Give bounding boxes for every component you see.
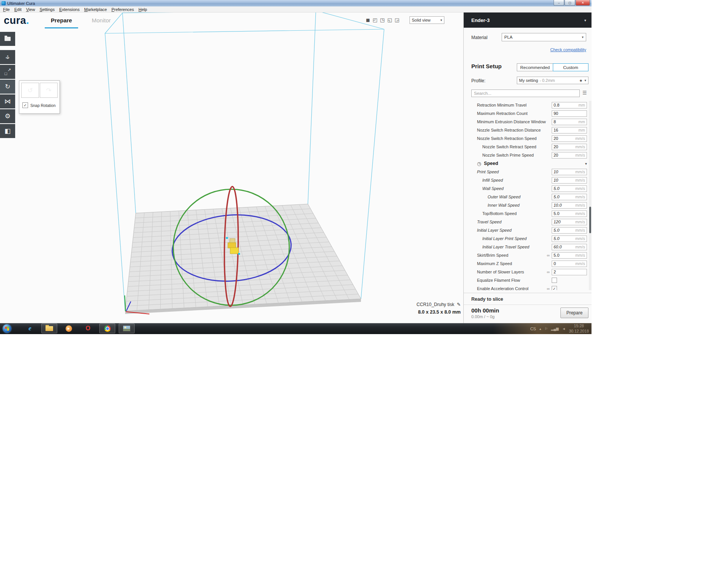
setting-row[interactable]: Minimum Extrusion Distance Window8mm — [464, 118, 592, 126]
setting-row[interactable]: Initial Layer Travel Speed60.0mm/s — [464, 243, 592, 251]
setting-value-input[interactable]: 5.0mm/s — [552, 235, 587, 242]
setting-row[interactable]: Inner Wall Speed10.0mm/s — [464, 201, 592, 209]
setting-value-input[interactable]: 90 — [552, 110, 587, 117]
setting-value-input[interactable]: 0.8mm — [552, 102, 587, 108]
settings-search-input[interactable] — [471, 89, 580, 97]
setting-value-input[interactable]: 0mm/s — [552, 261, 587, 267]
custom-button[interactable]: Custom — [553, 63, 588, 71]
setting-row[interactable]: Top/Bottom Speed5.0mm/s — [464, 209, 592, 218]
maximize-button[interactable]: ▢ — [565, 0, 575, 6]
window-titlebar: Ultimaker Cura – ▢ ✕ — [0, 0, 592, 7]
setting-value-input[interactable]: 20mm/s — [552, 152, 587, 159]
language-indicator[interactable]: CS — [530, 327, 536, 331]
setting-value-input[interactable]: 5.0mm/s — [552, 227, 587, 234]
settings-category-row[interactable]: ◷Speed▾ — [464, 159, 592, 168]
internet-explorer-taskbar-button[interactable]: e — [22, 323, 38, 333]
setting-value-input[interactable]: 10mm/s — [552, 169, 587, 175]
setting-value-input[interactable]: 120mm/s — [552, 219, 587, 225]
support-blocker-tool-button[interactable]: ◧ — [0, 124, 15, 138]
setting-value-input[interactable]: 16mm — [552, 127, 587, 133]
setting-row[interactable]: Retraction Minimum Travel0.8mm — [464, 101, 592, 109]
per-model-settings-tool-button[interactable]: ⚙ — [0, 109, 15, 123]
menu-view[interactable]: View — [24, 6, 38, 13]
menu-file[interactable]: File — [1, 6, 12, 13]
setting-value-input[interactable]: 10.0mm/s — [552, 202, 587, 209]
menu-help[interactable]: Help — [136, 6, 149, 13]
setting-label: Equalize Filament Flow — [477, 278, 520, 283]
setting-row[interactable]: Maximum Z Speed0mm/s — [464, 259, 592, 268]
setting-row[interactable]: Nozzle Switch Retract Speed20mm/s — [464, 143, 592, 151]
setting-row[interactable]: Wall Speed5.0mm/s — [464, 184, 592, 193]
menu-marketplace[interactable]: Marketplace — [82, 6, 109, 13]
hidden-icons-icon[interactable]: ▴ — [540, 327, 541, 331]
open-file-tool-button[interactable] — [0, 32, 15, 46]
setting-value-input[interactable]: 5.0mm/s — [552, 194, 587, 200]
setting-value-input[interactable]: 10mm/s — [552, 177, 587, 184]
setting-value-input[interactable]: 60.0mm/s — [552, 244, 587, 250]
setting-value: 5.0 — [554, 186, 559, 191]
opera-taskbar-button[interactable]: O — [80, 323, 96, 333]
settings-menu-icon[interactable]: ☰ — [582, 90, 587, 96]
check-compatibility-link[interactable]: Check compatibility — [550, 47, 586, 52]
setting-row[interactable]: Initial Layer Print Speed5.0mm/s — [464, 234, 592, 243]
mirror-tool-button[interactable]: ⋈ — [0, 94, 15, 108]
setting-row[interactable]: Nozzle Switch Prime Speed20mm/s — [464, 151, 592, 159]
setting-row[interactable]: Skirt/Brim Speed∞5.0mm/s — [464, 251, 592, 259]
setting-row[interactable]: Outer Wall Speed5.0mm/s — [464, 193, 592, 201]
setting-checkbox[interactable]: ✓ — [552, 286, 557, 290]
prepare-button[interactable]: Prepare — [560, 308, 588, 318]
profile-dropdown[interactable]: My setting - 0.2mm ★ ▾ — [517, 77, 588, 84]
rename-model-icon[interactable]: ✎ — [457, 302, 461, 307]
setting-value-input[interactable]: 5.0mm/s — [552, 252, 587, 259]
rotate-tool-button[interactable]: ↻ — [0, 80, 15, 94]
network-icon[interactable]: ▂▄▆ — [551, 327, 559, 331]
setting-row[interactable]: Travel Speed120mm/s — [464, 218, 592, 226]
viewport-3d[interactable]: CCR10_Druhy tisk ✎ 8.0 x 23.5 x 8.0 mm — [15, 13, 463, 323]
clock-time: 15:28 — [569, 323, 589, 328]
settings-scrollbar[interactable] — [589, 101, 592, 290]
menu-extensions[interactable]: Extensions — [57, 6, 82, 13]
menu-edit[interactable]: Edit — [12, 6, 24, 13]
setting-value-input[interactable]: 8mm — [552, 119, 587, 125]
setting-row[interactable]: Infill Speed10mm/s — [464, 176, 592, 184]
setting-row[interactable]: Enable Acceleration Control∞✓ — [464, 284, 592, 290]
setting-row[interactable]: Nozzle Switch Retraction Speed20mm/s — [464, 134, 592, 143]
setting-unit: mm/s — [575, 228, 585, 232]
setting-value-input[interactable]: 5.0mm/s — [552, 185, 587, 192]
setting-value-input[interactable]: 20mm/s — [552, 144, 587, 150]
chrome-taskbar-button[interactable] — [99, 323, 115, 333]
scrollbar-thumb[interactable] — [589, 207, 591, 233]
taskbar-clock[interactable]: 15:28 30.12.2018 — [569, 323, 589, 333]
setting-row[interactable]: Print Speed10mm/s — [464, 168, 592, 176]
material-dropdown[interactable]: PLA ▾ — [502, 33, 586, 41]
setting-value: 20 — [554, 136, 558, 141]
recommended-button[interactable]: Recommended — [517, 63, 553, 71]
setting-value-input[interactable]: 2 — [552, 269, 587, 275]
menu-preferences[interactable]: Preferences — [109, 6, 136, 13]
move-tool-button[interactable] — [0, 50, 15, 64]
setting-row[interactable]: Initial Layer Speed5.0mm/s — [464, 226, 592, 234]
minimize-button[interactable]: – — [554, 0, 564, 6]
start-button[interactable] — [3, 324, 11, 333]
setting-value-input[interactable]: 5.0mm/s — [552, 210, 587, 217]
slice-status: Ready to slice — [471, 297, 503, 302]
menu-settings[interactable]: Settings — [37, 6, 57, 13]
close-button[interactable]: ✕ — [576, 0, 590, 6]
setting-row[interactable]: Number of Slower Layers∞2 — [464, 268, 592, 276]
setting-label: Nozzle Switch Prime Speed — [477, 153, 534, 157]
printer-selector[interactable]: Ender-3 ▾ — [464, 13, 592, 28]
setting-label: Nozzle Switch Retract Speed — [477, 144, 536, 149]
image-editor-taskbar-button[interactable] — [119, 323, 135, 333]
setting-label: Initial Layer Print Speed — [477, 236, 527, 241]
media-player-taskbar-button[interactable]: ▶ — [61, 323, 77, 333]
setting-value-input[interactable]: 20mm/s — [552, 135, 587, 142]
volume-icon[interactable]: ◄ — [562, 327, 566, 331]
setting-row[interactable]: Nozzle Switch Retraction Distance16mm — [464, 126, 592, 134]
setting-row[interactable]: Equalize Filament Flow — [464, 276, 592, 284]
material-label: Material — [471, 35, 488, 40]
file-explorer-taskbar-button[interactable] — [41, 323, 57, 333]
setting-checkbox[interactable] — [552, 278, 557, 283]
action-center-icon[interactable]: ⚐ — [544, 327, 548, 331]
scale-tool-button[interactable] — [0, 65, 15, 79]
setting-row[interactable]: Maximum Retraction Count90 — [464, 109, 592, 118]
